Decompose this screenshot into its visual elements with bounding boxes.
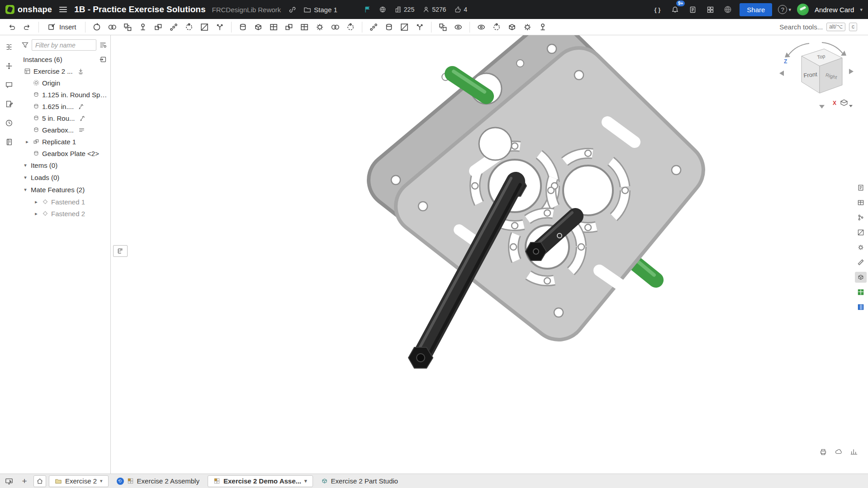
section-mate-features[interactable]: ▾ Mate Features (2) (18, 184, 110, 196)
comments-panel-icon[interactable] (3, 79, 15, 91)
bom-panel-icon[interactable] (855, 197, 867, 208)
tree-flyout-button[interactable] (113, 245, 128, 257)
versions-panel-icon[interactable] (855, 212, 867, 223)
section-loads[interactable]: ▾ Loads (0) (18, 171, 110, 184)
group-icon[interactable] (120, 20, 135, 34)
mate-connector-icon[interactable] (136, 20, 150, 34)
sheet-metal-icon[interactable] (266, 20, 281, 34)
insert-panel-icon[interactable] (3, 60, 15, 72)
tree-item-gearbox[interactable]: Gearbox... (18, 124, 110, 136)
tree-item-fastened-1[interactable]: ▸ Fastened 1 (18, 196, 110, 208)
replicate-icon[interactable] (151, 20, 166, 34)
edit-notes-panel-icon[interactable] (3, 98, 15, 110)
linear-pattern-icon[interactable] (166, 20, 181, 34)
insert-into-folder-icon[interactable] (99, 56, 107, 63)
measure-panel-icon[interactable] (855, 257, 867, 268)
section-panel-icon[interactable] (855, 227, 867, 238)
columns-panel-icon[interactable] (855, 302, 867, 313)
tree-item-gearbox-plate-2[interactable]: Gearbox Plate <2> (18, 147, 110, 159)
app-store-icon[interactable] (704, 4, 716, 15)
render-panel-icon[interactable] (855, 272, 867, 283)
tree-item-exercise-2[interactable]: Exercise 2 ... (18, 65, 110, 77)
3d-viewport[interactable]: Top Front Right Z X (111, 35, 868, 474)
copy-link-icon[interactable] (286, 4, 298, 15)
expand-caret-icon[interactable]: ▸ (33, 199, 39, 205)
appearance-icon[interactable] (313, 20, 327, 34)
animate-icon[interactable] (520, 20, 535, 34)
tree-item-origin[interactable]: Origin (18, 77, 110, 89)
learning-center-icon[interactable] (687, 4, 698, 15)
help-menu[interactable]: ? ▾ (778, 5, 791, 14)
presentation-mode-icon[interactable] (3, 475, 15, 487)
tab-exercise-2-demo-assembly[interactable]: Exercise 2 Demo Asse... ▾ (208, 475, 313, 487)
featurescript-icon[interactable]: { } (651, 4, 663, 15)
instances-header[interactable]: Instances (6) (18, 54, 110, 65)
section-items[interactable]: ▾ Items (0) (18, 159, 110, 171)
mass-properties-icon[interactable] (382, 20, 396, 34)
measure-icon[interactable] (366, 20, 381, 34)
interference-icon[interactable] (328, 20, 342, 34)
copies-stat[interactable]: 225 (394, 6, 414, 13)
redo-icon[interactable] (20, 20, 34, 34)
circular-pattern-icon[interactable] (182, 20, 196, 34)
expand-caret-icon[interactable]: ▸ (24, 139, 30, 145)
section-view-icon[interactable] (397, 20, 412, 34)
insert-button[interactable]: Insert (43, 21, 81, 33)
tree-panel-icon[interactable] (3, 41, 15, 53)
version-selector[interactable]: Stage 1 (304, 6, 337, 14)
appearance-panel-icon[interactable] (855, 242, 867, 253)
printer-icon[interactable] (818, 447, 828, 456)
insert-frame-icon[interactable] (251, 20, 266, 34)
public-flag-icon[interactable] (364, 6, 371, 13)
cloud-status-icon[interactable] (834, 447, 844, 456)
public-globe-icon[interactable] (379, 6, 386, 13)
document-title[interactable]: 1B - Practice Exercise Solutions (74, 5, 205, 14)
named-positions-icon[interactable] (436, 20, 450, 34)
configurations-icon[interactable] (536, 20, 550, 34)
list-options-icon[interactable] (99, 41, 107, 49)
filter-icon[interactable] (21, 41, 29, 49)
likes-stat[interactable]: 4 (454, 6, 467, 13)
followers-stat[interactable]: 5276 (422, 6, 446, 13)
exploded-view-icon[interactable] (413, 20, 427, 34)
hide-show-icon[interactable] (489, 20, 504, 34)
history-panel-icon[interactable] (3, 117, 15, 129)
notebook-panel-icon[interactable] (3, 136, 15, 148)
new-tab-button[interactable]: + (18, 475, 31, 487)
onshape-logo[interactable]: onshape (5, 5, 52, 14)
tree-item-fastened-2[interactable]: ▸ Fastened 2 (18, 208, 110, 219)
bom-icon[interactable] (297, 20, 312, 34)
tree-item-5in-spacer[interactable]: 5 in. Rou... (18, 112, 110, 124)
search-tools[interactable]: Search tools... alt/⌥ c (779, 23, 857, 31)
display-states-icon[interactable] (451, 20, 465, 34)
share-button[interactable]: Share (740, 3, 772, 16)
clearance-icon[interactable] (343, 20, 358, 34)
mirror-icon[interactable] (197, 20, 212, 34)
mate-icon[interactable] (105, 20, 119, 34)
tree-item-1625-spacer[interactable]: 1.625 in.... (18, 100, 110, 112)
tree-item-replicate-1[interactable]: ▸ Replicate 1 (18, 136, 110, 147)
user-avatar[interactable] (797, 4, 809, 15)
tree-item-round-spacer[interactable]: 1.125 in. Round Space... (18, 89, 110, 100)
view-cube[interactable]: Top Front Right Z X (777, 39, 856, 115)
user-menu-caret-icon[interactable]: ▾ (860, 7, 863, 13)
properties-panel-icon[interactable] (855, 182, 867, 193)
edit-in-context-icon[interactable] (90, 20, 104, 34)
standard-content-icon[interactable] (236, 20, 250, 34)
tab-exercise-2-part-studio[interactable]: Exercise 2 Part Studio (316, 475, 403, 487)
derived-icon[interactable] (282, 20, 296, 34)
user-name[interactable]: Andrew Card (815, 6, 854, 14)
explode-icon[interactable] (213, 20, 227, 34)
isolate-icon[interactable] (474, 20, 489, 34)
main-menu-icon[interactable] (57, 5, 69, 14)
spreadsheet-panel-icon[interactable] (855, 287, 867, 298)
community-icon[interactable] (722, 4, 734, 15)
home-tab-button[interactable] (33, 475, 46, 487)
tab-exercise-2-assembly[interactable]: Exercise 2 Assembly (111, 475, 205, 487)
filter-input[interactable] (32, 39, 96, 51)
undo-icon[interactable] (5, 20, 19, 34)
expand-caret-icon[interactable]: ▸ (33, 211, 39, 217)
notifications-icon[interactable]: 9+ (669, 4, 681, 15)
tab-folder-exercise-2[interactable]: Exercise 2 ▾ (49, 475, 109, 487)
performance-icon[interactable] (849, 447, 859, 456)
